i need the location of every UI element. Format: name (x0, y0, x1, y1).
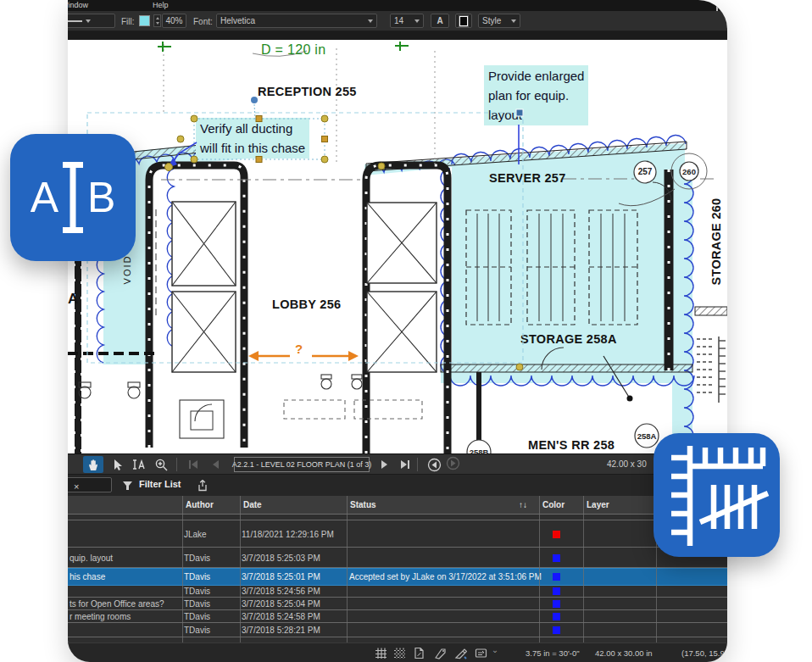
column-author[interactable]: Author (186, 500, 214, 509)
table-row[interactable]: JLake 11/18/2021 12:29:16 PM (68, 520, 727, 548)
table-header: Author Date Status ↑↓ Color Layer (68, 496, 727, 515)
table-row-selected[interactable]: his chase TDavis 3/7/2018 5:25:01 PM Acc… (68, 568, 727, 586)
line-style-dropdown[interactable] (68, 14, 115, 28)
search-input[interactable]: × (68, 477, 112, 492)
previous-view-button[interactable] (424, 456, 444, 473)
text-color-swatch-icon (459, 16, 468, 26)
text-color-button[interactable] (455, 14, 472, 28)
page-size-indicator: 42.00 x 30.00 in (595, 648, 653, 658)
menu-window[interactable]: Window (68, 1, 88, 9)
callout-leader[interactable] (168, 142, 197, 168)
floor-plan-viewport[interactable]: D = 120 in RECEPTION 255 Verify all duct… (68, 40, 727, 453)
page-label-box[interactable]: A2.2.1 - LEVEL 02 FLOOR PLAN (1 of 3) (234, 457, 370, 472)
color-chip[interactable] (553, 573, 560, 581)
cell-date: 11/18/2021 12:29:16 PM (242, 530, 334, 539)
selection-handles[interactable] (165, 115, 524, 370)
color-chip[interactable] (553, 587, 560, 595)
previous-page-button[interactable] (205, 456, 225, 473)
restore-icon (716, 2, 718, 11)
select-tool-button[interactable] (107, 456, 127, 473)
next-page-button[interactable] (375, 456, 395, 473)
column-layer[interactable]: Layer (587, 500, 609, 509)
color-chip[interactable] (553, 613, 560, 620)
zoom-tool-button[interactable] (151, 456, 171, 473)
zoom-icon (154, 458, 169, 472)
table-row[interactable]: TDavis 3/7/2018 5:24:56 PM (68, 586, 727, 598)
chevron-down-icon (511, 19, 516, 23)
filter-list-button[interactable]: Filter List (139, 479, 181, 489)
scale-indicator[interactable]: 3.75 in = 30'-0" (526, 648, 580, 658)
menu-bar: Window Help (68, 0, 727, 11)
pan-tool-button[interactable] (83, 456, 103, 473)
cell-date: 3/7/2018 5:28:21 PM (242, 626, 320, 635)
autosize-text-button[interactable]: A (431, 14, 449, 28)
color-chip[interactable] (553, 531, 560, 538)
cell-date: 3/7/2018 5:25:01 PM (242, 572, 320, 581)
color-chip[interactable] (553, 554, 560, 562)
table-row[interactable]: TDavis 3/7/2018 5:28:21 PM (68, 623, 727, 637)
letter-b: B (87, 176, 115, 219)
sync-views-icon[interactable] (475, 647, 487, 659)
cell-comment: r meeting rooms (70, 612, 131, 621)
column-date[interactable]: Date (243, 500, 262, 509)
table-row[interactable]: quip. layout TDavis 3/7/2018 5:25:03 PM (68, 548, 727, 568)
markup-scale-icon[interactable] (434, 647, 447, 659)
column-status[interactable]: Status (350, 500, 376, 509)
cell-comment: his chase (70, 572, 105, 581)
page-scale-icon[interactable] (414, 647, 425, 659)
divider (417, 458, 418, 471)
next-view-button[interactable] (446, 456, 460, 474)
document-area: D = 120 in RECEPTION 255 Verify all duct… (68, 31, 727, 453)
markup-list-toolbar: × Filter List (68, 475, 727, 496)
font-name: Helvetica (220, 16, 255, 25)
cell-author: JLake (184, 530, 207, 539)
cursor-position: (17.50, 15.97 (681, 648, 727, 658)
color-chip[interactable] (553, 626, 560, 634)
cell-comment: ts for Open Office areas? (70, 599, 164, 609)
font-size-dropdown[interactable]: 14 (390, 14, 424, 28)
chevron-down-icon[interactable]: ⌄ (492, 645, 498, 654)
cell-date: 3/7/2018 5:25:03 PM (242, 554, 320, 563)
export-share-icon[interactable] (197, 479, 209, 492)
page-label: A2.2.1 - LEVEL 02 FLOOR PLAN (1 of 3) (232, 460, 372, 469)
selection-marquee[interactable] (87, 109, 523, 363)
clear-search-icon[interactable]: × (74, 481, 79, 492)
font-dropdown[interactable]: Helvetica (216, 14, 377, 28)
filter-funnel-icon (122, 481, 133, 491)
column-color[interactable]: Color (542, 500, 565, 509)
orange-dimension-arrow[interactable] (248, 351, 359, 361)
first-page-button[interactable] (183, 456, 203, 473)
hand-icon (86, 458, 100, 471)
cell-author: TDavis (184, 554, 210, 563)
color-chip[interactable] (553, 600, 560, 608)
fill-color-swatch[interactable] (139, 15, 150, 26)
column-divider (182, 496, 183, 643)
table-row[interactable]: ts for Open Office areas? TDavis 3/7/201… (68, 598, 727, 610)
spin-up-icon (156, 17, 159, 19)
font-label: Font: (193, 17, 213, 26)
snap-grid-icon[interactable] (393, 647, 406, 659)
measurement-count-icon (654, 434, 780, 556)
opacity-value: 40% (166, 16, 183, 25)
column-divider (583, 496, 584, 643)
markup-selection-overlay (68, 40, 727, 453)
last-page-button[interactable] (395, 456, 415, 473)
cursor-icon (110, 458, 124, 471)
markup-list-table: Author Date Status ↑↓ Color Layer JLake … (68, 496, 727, 643)
menu-help[interactable]: Help (153, 1, 169, 9)
properties-toolbar: Fill: 40% Font: Helvetica 14 A Style (68, 11, 727, 31)
cell-author: TDavis (184, 626, 210, 635)
table-row[interactable]: r meeting rooms TDavis 3/7/2018 5:24:58 … (68, 610, 727, 623)
opacity-field[interactable]: 40% (162, 14, 186, 28)
toolbar-shadow-strip (68, 31, 727, 40)
calibrate-icon[interactable] (454, 647, 467, 659)
restore-button[interactable] (716, 3, 718, 11)
cell-author: TDavis (184, 612, 210, 621)
first-page-icon (187, 459, 199, 470)
opacity-spinner[interactable] (153, 14, 161, 27)
sort-icon[interactable]: ↑↓ (519, 500, 527, 509)
spin-down-icon (156, 22, 159, 25)
grid-icon[interactable] (375, 647, 387, 659)
select-text-button[interactable] (129, 456, 149, 473)
style-dropdown[interactable]: Style (478, 14, 520, 28)
